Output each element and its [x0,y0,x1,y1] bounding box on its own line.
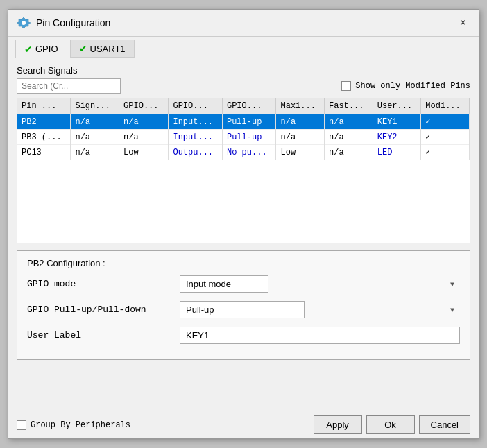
col-header-modi: Modi... [421,98,470,114]
table-cell: LED [373,145,421,160]
pins-table-section: Pin ... Sign... GPIO... GPIO... GPIO... … [17,98,470,243]
ok-button[interactable]: Ok [366,415,415,434]
col-header-user: User... [373,98,421,114]
col-header-pin: Pin ... [17,98,71,114]
tab-usart1-label: USART1 [90,44,126,54]
table-cell: n/a [119,114,169,130]
group-by-checkbox[interactable] [17,420,26,430]
pullup-select-wrapper: Pull-up Pull-down No pull-up and no pull… [180,301,460,318]
search-signals-label: Search Signals [17,65,470,76]
table-cell: No pu... [222,145,276,160]
config-title: PB2 Configuration : [27,258,460,268]
search-input[interactable] [17,78,121,94]
usart1-check-icon: ✔ [79,43,87,54]
svg-point-1 [22,21,26,25]
table-cell: ✓ [421,114,470,130]
footer-buttons: Apply Ok Cancel [314,415,470,434]
table-cell: n/a [71,130,119,145]
col-header-gpio2: GPIO... [169,98,223,114]
table-cell: n/a [119,130,169,145]
config-row-user-label: User Label [27,327,460,344]
table-cell: KEY1 [373,114,421,130]
table-cell: ✓ [421,145,470,160]
table-row[interactable]: PC13n/aLowOutpu...No pu...Lown/aLED✓ [17,145,470,160]
table-row[interactable]: PB2n/an/aInput...Pull-upn/an/aKEY1✓ [17,114,470,130]
app-icon [17,16,31,30]
table-cell: n/a [276,114,325,130]
search-row: Show only Modified Pins [17,78,470,94]
tab-gpio-label: GPIO [35,44,58,54]
table-cell: n/a [276,130,325,145]
dialog-title: Pin Configuration [36,17,110,28]
footer: Group By Peripherals Apply Ok Cancel [8,411,479,438]
show-modified-checkbox[interactable] [341,81,351,91]
show-modified-row: Show only Modified Pins [341,81,470,91]
col-header-signal: Sign... [71,98,119,114]
apply-button[interactable]: Apply [314,415,362,434]
table-cell: PC13 [17,145,71,160]
group-by-label: Group By Peripherals [31,420,130,430]
pin-configuration-dialog: Pin Configuration × ✔ GPIO ✔ USART1 Sear… [8,9,479,439]
table-cell: n/a [325,114,373,130]
table-cell: n/a [71,145,119,160]
table-cell: Input... [169,114,223,130]
col-header-gpio1: GPIO... [119,98,169,114]
table-cell: Pull-up [222,130,276,145]
table-cell: n/a [325,145,373,160]
table-cell: KEY2 [373,130,421,145]
footer-left: Group By Peripherals [17,420,130,430]
table-cell: ✓ [421,130,470,145]
title-bar: Pin Configuration × [8,10,479,37]
tab-gpio[interactable]: ✔ GPIO [15,40,67,58]
gpio-check-icon: ✔ [24,44,33,55]
user-label-label: User Label [27,330,180,341]
table-cell: Input... [169,130,223,145]
pullup-select[interactable]: Pull-up Pull-down No pull-up and no pull… [180,301,305,318]
close-button[interactable]: × [456,15,470,31]
content-area: Search Signals Show only Modified Pins P… [8,58,479,411]
search-section: Search Signals Show only Modified Pins [17,65,470,94]
table-cell: n/a [71,114,119,130]
tabs-bar: ✔ GPIO ✔ USART1 [8,37,479,58]
table-row[interactable]: PB3 (...n/an/aInput...Pull-upn/an/aKEY2✓ [17,130,470,145]
pins-table: Pin ... Sign... GPIO... GPIO... GPIO... … [17,98,470,160]
config-row-gpio-mode: GPIO mode Input mode Output Push Pull Ou… [27,275,460,293]
gpio-mode-label: GPIO mode [27,279,180,289]
config-row-pullup: GPIO Pull-up/Pull-down Pull-up Pull-down… [27,301,460,318]
col-header-gpio3: GPIO... [222,98,276,114]
cancel-button[interactable]: Cancel [419,415,470,434]
tab-usart1[interactable]: ✔ USART1 [70,40,135,58]
config-section: PB2 Configuration : GPIO mode Input mode… [17,250,470,360]
show-modified-label: Show only Modified Pins [355,81,470,91]
table-cell: n/a [325,130,373,145]
table-header-row: Pin ... Sign... GPIO... GPIO... GPIO... … [17,98,470,114]
gpio-mode-select-wrapper: Input mode Output Push Pull Output Open … [180,275,460,293]
col-header-maxi: Maxi... [276,98,325,114]
table-cell: Pull-up [222,114,276,130]
pullup-label: GPIO Pull-up/Pull-down [27,304,180,315]
table-cell: PB3 (... [17,130,71,145]
table-cell: Outpu... [169,145,223,160]
user-label-input[interactable] [180,327,460,344]
title-bar-left: Pin Configuration [17,16,110,30]
table-cell: Low [276,145,325,160]
table-cell: PB2 [17,114,71,130]
table-cell: Low [119,145,169,160]
col-header-fast: Fast... [325,98,373,114]
gpio-mode-select[interactable]: Input mode Output Push Pull Output Open … [180,275,268,293]
